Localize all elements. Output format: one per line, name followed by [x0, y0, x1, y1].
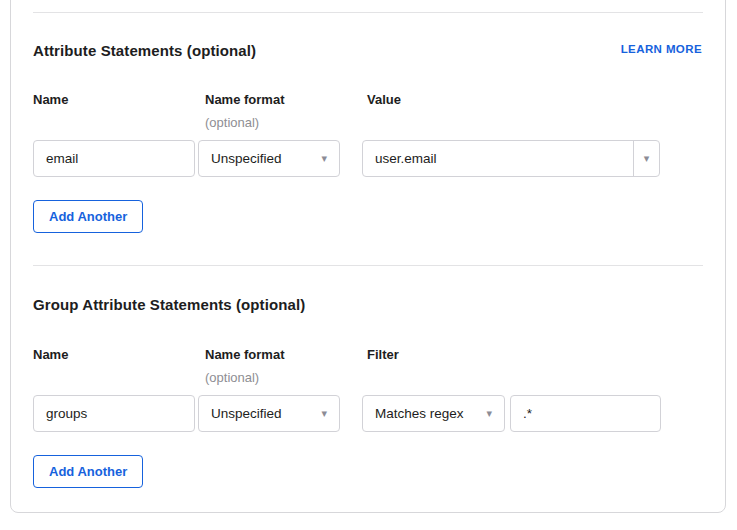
attribute-statements-title: Attribute Statements (optional): [33, 42, 256, 59]
attribute-name-input[interactable]: [33, 140, 195, 177]
attribute-value-combobox: ▾: [362, 140, 660, 177]
add-another-attribute-button[interactable]: Add Another: [33, 200, 143, 233]
chevron-down-icon: ▾: [321, 408, 327, 419]
learn-more-link[interactable]: LEARN MORE: [621, 43, 702, 55]
saml-settings-panel: Attribute Statements (optional) LEARN MO…: [0, 0, 737, 530]
chevron-down-icon: ▾: [644, 153, 650, 164]
column-header-name-format: Name format: [205, 92, 284, 107]
group-filter-value-input[interactable]: [510, 395, 661, 432]
attribute-name-format-selected: Unspecified: [211, 151, 282, 166]
column-header-name-format: Name format: [205, 347, 284, 362]
chevron-down-icon: ▾: [486, 408, 492, 419]
section-divider: [33, 12, 703, 13]
column-header-filter: Filter: [367, 347, 399, 362]
column-header-name: Name: [33, 92, 68, 107]
attribute-name-format-select[interactable]: Unspecified ▾: [198, 140, 340, 177]
group-attribute-name-format-select[interactable]: Unspecified ▾: [198, 395, 340, 432]
group-attribute-statements-title: Group Attribute Statements (optional): [33, 296, 305, 313]
group-attribute-name-format-selected: Unspecified: [211, 406, 282, 421]
column-header-name: Name: [33, 347, 68, 362]
column-header-name-format-optional: (optional): [205, 115, 259, 130]
column-header-value: Value: [367, 92, 401, 107]
attribute-value-input[interactable]: [363, 141, 633, 176]
group-filter-type-select[interactable]: Matches regex ▾: [362, 395, 505, 432]
group-filter-type-selected: Matches regex: [375, 406, 464, 421]
column-header-name-format-optional: (optional): [205, 370, 259, 385]
group-attribute-name-input[interactable]: [33, 395, 195, 432]
chevron-down-icon: ▾: [321, 153, 327, 164]
attribute-value-dropdown-button[interactable]: ▾: [633, 141, 659, 176]
section-divider: [33, 265, 703, 266]
add-another-group-attribute-button[interactable]: Add Another: [33, 455, 143, 488]
settings-card: [10, 0, 726, 513]
